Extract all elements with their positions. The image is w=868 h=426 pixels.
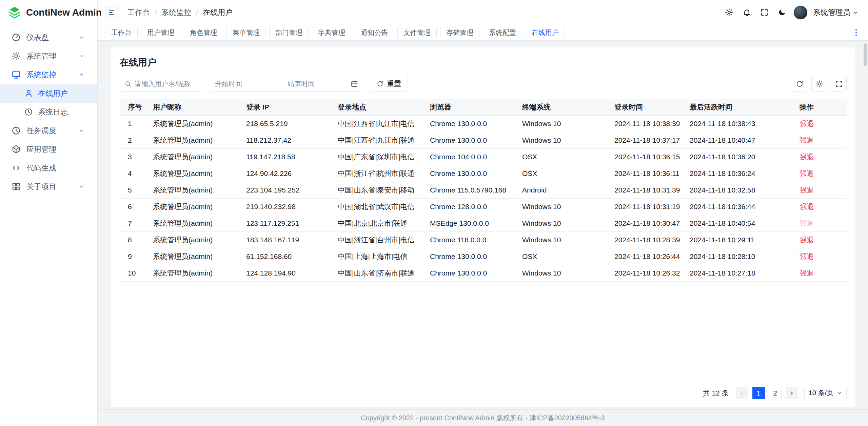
reset-button[interactable]: 重置: [370, 76, 408, 92]
table-fullscreen-button[interactable]: [831, 76, 847, 92]
breadcrumb-item[interactable]: 在线用户: [203, 7, 233, 18]
tab-bar: 工作台用户管理角色管理菜单管理部门管理字典管理通知公告文件管理存储管理系统配置在…: [98, 25, 868, 41]
page-size-select[interactable]: 10 条/页: [804, 387, 847, 399]
dark-mode-button[interactable]: [774, 5, 789, 20]
cell-nickname: 系统管理员(admin): [147, 165, 241, 182]
table-refresh-button[interactable]: [792, 76, 807, 92]
tab-5[interactable]: 字典管理: [312, 27, 351, 38]
table-settings-button[interactable]: [811, 76, 827, 92]
sidebar-item-label: 关于项目: [26, 182, 56, 192]
sidebar-item-0[interactable]: 仪表盘: [0, 28, 97, 47]
sidebar-collapse-button[interactable]: [105, 6, 118, 19]
sidebar-item-4[interactable]: 应用管理: [0, 140, 97, 159]
cell-ip: 219.140.232.98: [241, 198, 332, 215]
pagination-prev-button[interactable]: [736, 387, 748, 399]
pagination-page-2[interactable]: 2: [769, 387, 782, 399]
force-logout-button[interactable]: 强退: [800, 252, 814, 260]
sidebar-item-1[interactable]: 系统管理: [0, 47, 97, 65]
sidebar-item-6[interactable]: 关于项目: [0, 177, 97, 196]
table-row: 4系统管理员(admin)124.90.42.226中国|浙江省|杭州市|联通C…: [120, 165, 847, 182]
force-logout-button[interactable]: 强退: [800, 153, 814, 161]
sidebar-subitem-2-0[interactable]: 在线用户: [0, 84, 97, 103]
cell-action: 强退: [794, 248, 847, 265]
table-row: 9系统管理员(admin)61.152.168.60中国|上海|上海市|电信Ch…: [120, 248, 847, 265]
sidebar-subitem-2-1[interactable]: 系统日志: [0, 103, 97, 121]
table-row: 1系统管理员(admin)218.65.5.219中国|江西省|九江市|电信Ch…: [120, 115, 847, 132]
table-tools: [792, 76, 847, 92]
tab-10[interactable]: 在线用户: [526, 27, 565, 38]
tab-4[interactable]: 部门管理: [269, 27, 309, 38]
cell-action: 强退: [794, 165, 847, 182]
cell-browser: Chrome 130.0.0.0: [425, 248, 517, 265]
sidebar-item-label: 系统管理: [26, 51, 56, 61]
cell-login_time: 2024-11-18 10:26:44: [609, 248, 684, 265]
user-icon: [24, 89, 33, 98]
cell-location: 中国|山东省|泰安市|移动: [332, 182, 425, 198]
force-logout-button[interactable]: 强退: [800, 120, 814, 127]
search-placeholder: 请输入用户名/昵称: [135, 79, 191, 88]
tab-1[interactable]: 用户管理: [141, 27, 180, 38]
force-logout-button[interactable]: 强退: [800, 136, 814, 144]
cell-last_active: 2024-11-18 10:40:47: [684, 132, 794, 148]
cell-location: 中国|湖北省|武汉市|电信: [332, 198, 425, 215]
tab-2[interactable]: 角色管理: [184, 27, 223, 38]
search-input[interactable]: 请输入用户名/昵称: [120, 76, 203, 92]
force-logout-button[interactable]: 强退: [800, 169, 814, 177]
clock-icon: [12, 126, 21, 135]
cell-no: 5: [120, 182, 147, 198]
cell-no: 1: [120, 115, 147, 132]
force-logout-button[interactable]: 强退: [800, 236, 814, 244]
cell-login_time: 2024-11-18 10:37:17: [609, 132, 684, 148]
cell-os: Windows 10: [517, 115, 609, 132]
sidebar-item-2[interactable]: 系统监控: [0, 65, 97, 84]
gear-icon: [12, 52, 21, 61]
sidebar-item-3[interactable]: 任务调度: [0, 121, 97, 140]
tab-9[interactable]: 系统配置: [483, 27, 522, 38]
pagination-next-button[interactable]: [786, 387, 798, 399]
tab-more-icon[interactable]: [852, 28, 861, 37]
cell-location: 中国|北京|北京市|联通: [332, 215, 425, 231]
cell-login_time: 2024-11-18 10:36:15: [609, 148, 684, 165]
cell-os: Windows 10: [517, 132, 609, 148]
pagination-page-1[interactable]: 1: [752, 387, 765, 399]
tab-7[interactable]: 文件管理: [397, 27, 437, 38]
breadcrumb-separator: /: [155, 8, 157, 17]
scrollbar-thumb[interactable]: [864, 43, 867, 66]
table-row: 10系统管理员(admin)124.128.194.90中国|山东省|济南市|联…: [120, 265, 847, 281]
sidebar-subitem-label: 在线用户: [38, 88, 68, 99]
force-logout-button[interactable]: 强退: [800, 203, 814, 210]
chevron-down-icon: [78, 34, 85, 41]
avatar[interactable]: [793, 5, 808, 20]
gear-icon: [815, 80, 823, 88]
breadcrumb-item[interactable]: 工作台: [127, 7, 150, 18]
app-logo[interactable]: ContiNew Admin: [0, 0, 97, 25]
column-header: 终端系统: [517, 99, 609, 115]
fullscreen-icon: [760, 8, 769, 17]
date-separator: -: [275, 80, 282, 88]
fullscreen-button[interactable]: [757, 5, 772, 20]
tab-3[interactable]: 菜单管理: [226, 27, 266, 38]
tab-0[interactable]: 工作台: [105, 27, 138, 38]
force-logout-button[interactable]: 强退: [800, 269, 814, 277]
sidebar-item-5[interactable]: 代码生成: [0, 159, 97, 177]
table-row: 6系统管理员(admin)219.140.232.98中国|湖北省|武汉市|电信…: [120, 198, 847, 215]
settings-button[interactable]: [722, 5, 736, 20]
cell-os: OSX: [517, 165, 609, 182]
user-menu[interactable]: 系统管理员: [813, 7, 859, 18]
calendar-icon: [351, 80, 358, 87]
cell-last_active: 2024-11-18 10:36:44: [684, 198, 794, 215]
cell-last_active: 2024-11-18 10:32:58: [684, 182, 794, 198]
sidebar-menu: 仪表盘系统管理系统监控在线用户系统日志任务调度应用管理代码生成关于项目: [0, 25, 97, 196]
cell-action: 强退: [794, 198, 847, 215]
date-range-picker[interactable]: 开始时间 - 结束时间: [210, 76, 363, 92]
sidebar-item-label: 任务调度: [26, 126, 56, 136]
breadcrumb-item[interactable]: 系统监控: [161, 7, 191, 18]
tab-6[interactable]: 通知公告: [355, 27, 394, 38]
header-actions: 系统管理员: [722, 5, 859, 20]
notifications-button[interactable]: [739, 5, 754, 20]
cell-location: 中国|江西省|九江市|联通: [332, 132, 425, 148]
cell-nickname: 系统管理员(admin): [147, 198, 241, 215]
cell-nickname: 系统管理员(admin): [147, 231, 241, 248]
force-logout-button[interactable]: 强退: [800, 186, 814, 194]
tab-8[interactable]: 存储管理: [440, 27, 479, 38]
